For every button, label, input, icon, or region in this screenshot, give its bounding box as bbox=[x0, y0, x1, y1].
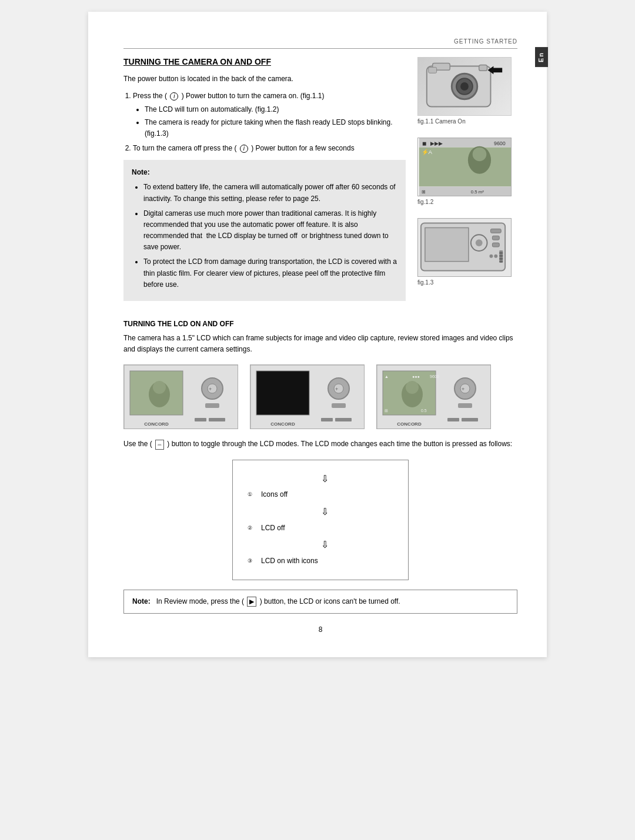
flow-item-2: ② LCD off bbox=[245, 522, 396, 535]
step-2: To turn the camera off press the ( i ) P… bbox=[133, 143, 406, 154]
svg-point-56 bbox=[406, 381, 419, 394]
power-icon-2: i bbox=[240, 145, 248, 153]
content-area: TURNING THE CAMERA ON AND OFF The power … bbox=[123, 57, 517, 310]
fig-1-2-label: fig.1.2 bbox=[417, 199, 433, 205]
svg-rect-49 bbox=[332, 403, 346, 408]
svg-point-5 bbox=[460, 82, 469, 91]
left-column: TURNING THE CAMERA ON AND OFF The power … bbox=[123, 57, 406, 310]
svg-rect-32 bbox=[499, 261, 503, 263]
camera-item-1: + CONCORD bbox=[123, 364, 238, 429]
svg-rect-51 bbox=[321, 418, 333, 421]
svg-rect-30 bbox=[499, 255, 503, 257]
svg-text:⊞: ⊞ bbox=[385, 409, 388, 413]
svg-rect-68 bbox=[462, 418, 478, 421]
svg-text:⊞: ⊞ bbox=[422, 189, 426, 195]
svg-text:⚡A: ⚡A bbox=[422, 148, 433, 156]
flow-circle-2: ② bbox=[246, 524, 254, 533]
fig-1-1-label: fig.1.1 Camera On bbox=[417, 118, 466, 125]
svg-rect-15 bbox=[419, 186, 512, 196]
review-icon: ▶ bbox=[247, 597, 256, 607]
svg-text:9600: 9600 bbox=[430, 374, 439, 379]
svg-rect-20 bbox=[425, 227, 469, 261]
svg-text:9600: 9600 bbox=[494, 140, 506, 146]
bullet-1: The LCD will turn on automatically. (fig… bbox=[145, 104, 406, 115]
svg-text:CONCORD: CONCORD bbox=[397, 421, 422, 427]
svg-rect-52 bbox=[335, 418, 352, 421]
fig-1-2-container: ◼ ▶▶▶ 9600 ⊞ 0.5 m² ⚡A bbox=[417, 138, 517, 210]
svg-point-26 bbox=[489, 255, 493, 258]
fig-1-3-container: fig.1.3 bbox=[417, 218, 517, 290]
camera-fig3-svg bbox=[418, 218, 511, 277]
cam1-svg: + CONCORD bbox=[124, 365, 238, 429]
flow-arrow-1: ⇩ bbox=[253, 471, 396, 488]
cam-small-2: + CONCORD bbox=[250, 364, 365, 429]
camera-fig1-svg bbox=[418, 57, 511, 116]
svg-text:CONCORD: CONCORD bbox=[144, 421, 169, 427]
svg-text:▶▶▶: ▶▶▶ bbox=[430, 140, 443, 146]
svg-text:0.5 m²: 0.5 m² bbox=[471, 189, 484, 195]
power-icon: i bbox=[170, 92, 178, 101]
svg-rect-2 bbox=[429, 67, 437, 73]
flow-item-1: ① Icons off bbox=[245, 488, 396, 501]
svg-rect-31 bbox=[499, 258, 503, 260]
note-item-1: To extend battery life, the camera will … bbox=[143, 182, 397, 204]
step-1: Press the ( i ) Power button to turn the… bbox=[133, 91, 406, 139]
svg-rect-40 bbox=[205, 403, 219, 408]
flow-arrow-2: ⇩ bbox=[253, 504, 396, 521]
flow-item-3: ③ LCD on with icons bbox=[245, 555, 396, 568]
camera-fig2-svg: ◼ ▶▶▶ 9600 ⊞ 0.5 m² ⚡A bbox=[418, 138, 512, 196]
intro-text: The power button is located in the back … bbox=[123, 73, 406, 85]
fig-1-1 bbox=[417, 57, 512, 116]
camera-item-3: ▲ ●●● 9600 ⊞ 0.5 + CONCORD bbox=[376, 364, 491, 429]
lcd-intro: The camera has a 1.5" LCD which can fram… bbox=[123, 333, 517, 355]
svg-rect-45 bbox=[256, 371, 309, 415]
cam-small-3: ▲ ●●● 9600 ⊞ 0.5 + CONCORD bbox=[376, 364, 491, 429]
svg-point-36 bbox=[153, 381, 166, 394]
fig-1-3-label: fig.1.3 bbox=[417, 279, 433, 286]
fig-1-3 bbox=[417, 218, 512, 277]
bullet-2: The camera is ready for picture taking w… bbox=[145, 117, 406, 139]
svg-point-27 bbox=[494, 255, 497, 258]
svg-rect-29 bbox=[499, 252, 503, 254]
svg-rect-25 bbox=[492, 243, 499, 247]
right-column: fig.1.1 Camera On ◼ ▶▶▶ 9600 bbox=[417, 57, 517, 310]
svg-rect-43 bbox=[209, 418, 225, 421]
flow-label-1: Icons off bbox=[261, 488, 288, 501]
svg-text:▲: ▲ bbox=[385, 374, 389, 379]
header-text: GETTING STARTED bbox=[454, 38, 517, 45]
svg-rect-67 bbox=[447, 418, 459, 421]
fig-1-2: ◼ ▶▶▶ 9600 ⊞ 0.5 m² ⚡A bbox=[417, 138, 512, 196]
svg-text:●●●: ●●● bbox=[412, 374, 420, 379]
flow-circle-3: ③ bbox=[246, 557, 254, 565]
bottom-note-text: In Review mode, press the ( ▶ ) button, … bbox=[152, 597, 400, 605]
svg-text:0.5: 0.5 bbox=[421, 409, 427, 413]
svg-point-22 bbox=[476, 239, 483, 246]
fig-1-1-container: fig.1.1 Camera On bbox=[417, 57, 517, 129]
lcd-section: TURNING THE LCD ON AND OFF The camera ha… bbox=[123, 320, 517, 614]
note-item-2: Digital cameras use much more power than… bbox=[143, 208, 397, 253]
note-item-3: To protect the LCD from damage during tr… bbox=[143, 256, 397, 290]
svg-rect-24 bbox=[492, 236, 499, 240]
note-title: Note: bbox=[132, 167, 397, 178]
lcd-toggle-text: Use the ( ⎓ ) button to toggle through t… bbox=[123, 439, 517, 450]
flow-label-2: LCD off bbox=[261, 522, 285, 535]
page: En GETTING STARTED TURNING THE CAMERA ON… bbox=[88, 12, 547, 657]
three-cameras-row: + CONCORD bbox=[123, 364, 517, 429]
svg-rect-6 bbox=[479, 65, 487, 71]
en-tab: En bbox=[535, 47, 548, 67]
svg-text:+: + bbox=[209, 386, 212, 392]
bottom-note-bold: Note: bbox=[132, 597, 151, 605]
section-title: TURNING THE CAMERA ON AND OFF bbox=[123, 57, 406, 66]
flow-arrow-3: ⇩ bbox=[253, 537, 396, 554]
page-number: 8 bbox=[123, 625, 517, 634]
camera-item-2: + CONCORD bbox=[250, 364, 365, 429]
svg-text:+: + bbox=[462, 386, 464, 392]
svg-text:+: + bbox=[335, 386, 338, 392]
note-box: Note: To extend battery life, the camera… bbox=[123, 160, 406, 301]
svg-text:◼: ◼ bbox=[422, 140, 426, 146]
svg-rect-12 bbox=[419, 148, 512, 187]
cam2-svg: + CONCORD bbox=[250, 365, 365, 429]
svg-rect-23 bbox=[490, 229, 501, 233]
header-bar: GETTING STARTED bbox=[123, 35, 517, 49]
cam-small-1: + CONCORD bbox=[123, 364, 238, 429]
